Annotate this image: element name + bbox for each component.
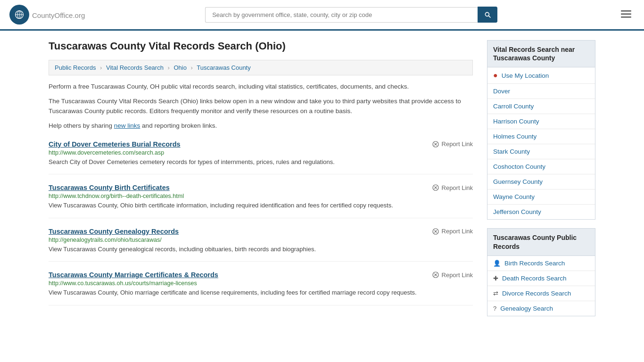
report-icon [432, 184, 439, 191]
menu-button[interactable] [618, 6, 635, 24]
sidebar-item-stark[interactable]: Stark County [487, 144, 595, 159]
nearby-holmes-link[interactable]: Holmes County [493, 133, 537, 140]
sidebar-public-records-list: 👤 Birth Records Search ✚ Death Records S… [487, 256, 595, 316]
content-wrapper: Tuscarawas County Vital Records Search (… [39, 31, 605, 334]
svg-rect-7 [621, 16, 631, 18]
record-url: http://www.dovercemeteries.com/search.as… [49, 149, 473, 156]
sidebar: Vital Records Search near Tuscarawas Cou… [487, 40, 595, 325]
description-3-suffix: and reporting broken links. [140, 122, 217, 129]
nearby-jefferson-link[interactable]: Jefferson County [493, 208, 541, 215]
report-link-button[interactable]: Report Link [432, 271, 473, 279]
divorce-records-link[interactable]: Divorce Records Search [502, 290, 571, 297]
report-icon [432, 140, 439, 148]
record-desc: Search City of Dover Cemeteries cemetery… [49, 157, 473, 167]
sidebar-divorce-records[interactable]: ⇄ Divorce Records Search [487, 286, 595, 301]
nearby-dover-link[interactable]: Dover [493, 88, 510, 95]
record-title-link[interactable]: Tuscarawas County Genealogy Records [49, 228, 179, 235]
logo-text: CountyOffice.org [32, 9, 85, 20]
breadcrumb-vital-records[interactable]: Vital Records Search [106, 64, 164, 71]
nearby-wayne-link[interactable]: Wayne County [493, 193, 535, 200]
record-url: http://www.tchdnow.org/birth--death-cert… [49, 193, 473, 199]
sidebar-item-coshocton[interactable]: Coshocton County [487, 159, 595, 174]
record-desc: View Tuscarawas County genealogical reco… [49, 245, 473, 254]
breadcrumb-public-records[interactable]: Public Records [55, 64, 96, 71]
nearby-harrison-link[interactable]: Harrison County [493, 118, 539, 125]
breadcrumb-sep-1: › [100, 64, 102, 71]
new-links-link[interactable]: new links [114, 122, 140, 129]
description-3-prefix: Help others by sharing [49, 122, 114, 129]
record-item: Tuscarawas County Birth Certificates Rep… [49, 184, 473, 218]
record-item: City of Dover Cemeteries Burial Records … [49, 140, 473, 175]
record-item: Tuscarawas County Marriage Certificates … [49, 271, 473, 305]
use-location-link[interactable]: Use My Location [502, 72, 549, 79]
sidebar-item-harrison[interactable]: Harrison County [487, 114, 595, 129]
record-title-link[interactable]: Tuscarawas County Marriage Certificates … [49, 271, 218, 279]
sidebar-public-records-title: Tuscarawas County Public Records [487, 228, 595, 255]
location-icon: ● [493, 71, 498, 80]
description-3: Help others by sharing new links and rep… [49, 121, 473, 131]
report-link-button[interactable]: Report Link [432, 228, 473, 235]
sidebar-item-carroll[interactable]: Carroll County [487, 99, 595, 114]
record-title-link[interactable]: City of Dover Cemeteries Burial Records [49, 140, 181, 148]
description-1: Perform a free Tuscarawas County, OH pub… [49, 82, 473, 92]
search-button[interactable] [478, 7, 497, 23]
nearby-stark-link[interactable]: Stark County [493, 148, 530, 155]
nearby-coshocton-link[interactable]: Coshocton County [493, 163, 545, 170]
sidebar-nearby-list: ● Use My Location Dover Carroll County H… [487, 67, 595, 220]
main-content: Tuscarawas County Vital Records Search (… [49, 40, 473, 325]
report-icon [432, 271, 439, 279]
sidebar-item-jefferson[interactable]: Jefferson County [487, 205, 595, 219]
report-link-button[interactable]: Report Link [432, 140, 473, 148]
cross-icon: ✚ [493, 275, 498, 282]
page-title: Tuscarawas County Vital Records Search (… [49, 40, 473, 52]
death-records-link[interactable]: Death Records Search [502, 275, 567, 282]
sidebar-item-holmes[interactable]: Holmes County [487, 129, 595, 144]
record-title: Tuscarawas County Birth Certificates [49, 184, 170, 191]
genealogy-link[interactable]: Genealogy Search [500, 305, 553, 312]
search-bar-area [205, 7, 497, 23]
nearby-carroll-link[interactable]: Carroll County [493, 103, 534, 110]
sidebar-use-location[interactable]: ● Use My Location [487, 67, 595, 84]
report-icon [432, 228, 439, 235]
search-icon [484, 11, 491, 18]
sidebar-item-wayne[interactable]: Wayne County [487, 189, 595, 205]
logo-area: CountyOffice.org [9, 5, 85, 25]
description-2: The Tuscarawas County Vital Records Sear… [49, 97, 473, 116]
record-url: http://www.co.tuscarawas.oh.us/courts/ma… [49, 280, 473, 287]
record-item-header: Tuscarawas County Birth Certificates Rep… [49, 184, 473, 191]
breadcrumb-sep-2: › [168, 64, 170, 71]
sidebar-item-guernsey[interactable]: Guernsey County [487, 174, 595, 189]
header: CountyOffice.org [0, 0, 644, 31]
birth-records-link[interactable]: Birth Records Search [504, 260, 565, 267]
report-link-button[interactable]: Report Link [432, 184, 473, 191]
record-item: Tuscarawas County Genealogy Records Repo… [49, 228, 473, 262]
sidebar-item-dover[interactable]: Dover [487, 84, 595, 99]
sidebar-death-records[interactable]: ✚ Death Records Search [487, 271, 595, 286]
svg-rect-6 [621, 13, 631, 15]
logo-icon [9, 5, 29, 25]
logo-name: CountyOffice [32, 11, 73, 19]
sidebar-birth-records[interactable]: 👤 Birth Records Search [487, 256, 595, 271]
record-title: Tuscarawas County Genealogy Records [49, 228, 179, 235]
record-title: Tuscarawas County Marriage Certificates … [49, 271, 218, 279]
arrows-icon: ⇄ [493, 290, 498, 297]
record-desc: View Tuscarawas County, Ohio birth certi… [49, 201, 473, 210]
record-title: City of Dover Cemeteries Burial Records [49, 140, 181, 148]
breadcrumb-ohio[interactable]: Ohio [174, 64, 187, 71]
hamburger-icon [619, 8, 633, 21]
record-item-header: Tuscarawas County Genealogy Records Repo… [49, 228, 473, 235]
question-icon: ? [493, 305, 496, 312]
record-title-link[interactable]: Tuscarawas County Birth Certificates [49, 184, 170, 191]
svg-rect-5 [621, 10, 631, 12]
breadcrumb: Public Records › Vital Records Search › … [49, 60, 473, 75]
breadcrumb-sep-3: › [191, 64, 193, 71]
record-desc: View Tuscarawas County, Ohio marriage ce… [49, 288, 473, 297]
logo-suffix: .org [73, 11, 85, 19]
record-item-header: City of Dover Cemeteries Burial Records … [49, 140, 473, 148]
sidebar-genealogy[interactable]: ? Genealogy Search [487, 301, 595, 316]
breadcrumb-county[interactable]: Tuscarawas County [197, 64, 250, 71]
record-list: City of Dover Cemeteries Burial Records … [49, 140, 473, 305]
nearby-guernsey-link[interactable]: Guernsey County [493, 178, 543, 185]
record-item-header: Tuscarawas County Marriage Certificates … [49, 271, 473, 279]
search-input[interactable] [205, 7, 478, 23]
